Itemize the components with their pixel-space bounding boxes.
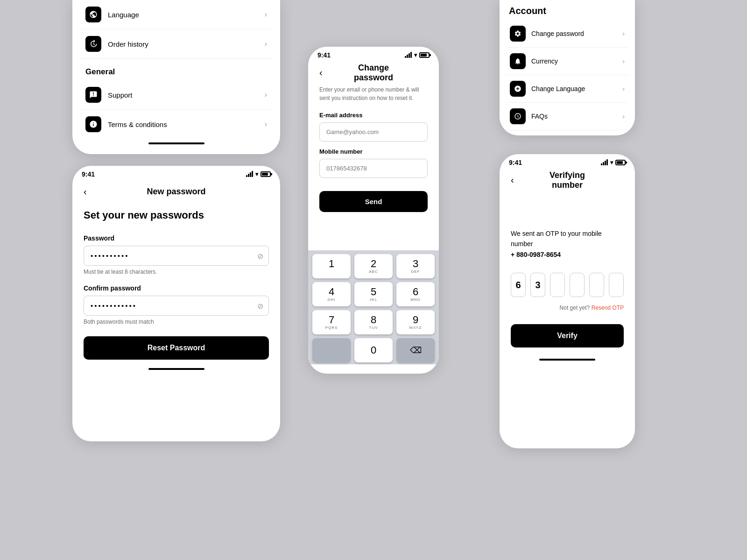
mobile-label: Mobile number	[308, 148, 439, 155]
verify-button[interactable]: Verify	[511, 324, 624, 347]
confirm-field-wrapper: ⊘	[84, 296, 269, 316]
order-history-item[interactable]: Order history ›	[80, 29, 273, 59]
wifi-icon-5: ▾	[610, 159, 613, 166]
otp-digit-3[interactable]	[550, 273, 565, 297]
otp-digit-4[interactable]	[570, 273, 585, 297]
screen-title-3: Change password	[341, 63, 406, 83]
wifi-icon-2: ▾	[255, 171, 258, 177]
password-hint: Must be at least 8 characters.	[84, 269, 269, 275]
mobile-input[interactable]	[319, 159, 428, 178]
account-title: Account	[500, 0, 635, 20]
change-password-chevron: ›	[622, 30, 625, 37]
support-icon	[85, 87, 101, 103]
otp-digit-1[interactable]: 6	[511, 273, 526, 297]
email-input[interactable]	[319, 122, 428, 142]
change-password-label: Change password	[531, 30, 622, 37]
wifi-icon-3: ▾	[414, 52, 417, 58]
support-item[interactable]: Support ›	[80, 80, 273, 110]
terms-label: Terms & conditions	[108, 121, 265, 128]
resend-row: Not get yet? Resend OTP	[511, 305, 624, 311]
numpad-key-3[interactable]: 3 DEF	[396, 254, 435, 278]
reset-password-button[interactable]: Reset Password	[84, 336, 269, 360]
battery-icon-5	[615, 160, 626, 165]
change-language-item[interactable]: Change Language ›	[506, 75, 628, 103]
password-input[interactable]	[84, 246, 269, 266]
status-icons-2: ▾	[246, 171, 271, 177]
numpad-key-7[interactable]: 7 PQRS	[312, 310, 351, 334]
home-indicator-5	[539, 359, 595, 361]
new-password-subtitle: Set your new passwords	[84, 209, 269, 221]
support-label: Support	[108, 91, 265, 99]
phone-account: Account Change password › Currency › Cha…	[500, 0, 635, 135]
resend-text: Not get yet?	[560, 305, 590, 311]
password-field-wrapper: ⊘	[84, 246, 269, 266]
screen-title-2: New password	[147, 187, 205, 197]
send-button[interactable]: Send	[319, 191, 428, 212]
verify-phone-number: + 880-0987-8654	[511, 251, 561, 258]
numpad-key-1[interactable]: 1	[312, 254, 351, 278]
terms-chevron: ›	[265, 120, 267, 128]
numpad-key-0[interactable]: 0	[354, 338, 393, 362]
back-button-3[interactable]: ‹	[317, 65, 324, 80]
numpad: 1 2 ABC 3 DEF 4 GHI 5 JKL 6 MN	[308, 250, 439, 364]
currency-icon	[510, 53, 526, 69]
language-label: Language	[108, 11, 265, 19]
time-3: 9:41	[317, 51, 331, 59]
faqs-label: FAQs	[531, 113, 622, 120]
numpad-row-3: 7 PQRS 8 TUV 9 WXYZ	[310, 310, 437, 334]
numpad-key-2[interactable]: 2 ABC	[354, 254, 393, 278]
phone-new-password: 9:41 ▾ ‹ New password Set your new passw…	[72, 166, 280, 441]
back-button-5[interactable]: ‹	[509, 173, 516, 187]
currency-item[interactable]: Currency ›	[506, 48, 628, 75]
nav-header-5: ‹ Verifying number	[500, 169, 635, 193]
change-password-icon	[510, 26, 526, 42]
account-list: Change password › Currency › Change Lang…	[500, 20, 635, 135]
top-settings-list: Language › Order history › General Suppo…	[72, 0, 280, 139]
terms-item[interactable]: Terms & conditions ›	[80, 110, 273, 139]
numpad-key-8[interactable]: 8 TUV	[354, 310, 393, 334]
home-indicator-1	[148, 142, 204, 144]
verify-spacer	[511, 200, 624, 228]
status-icons-3: ▾	[405, 52, 430, 58]
nav-header-2: ‹ New password	[72, 181, 280, 205]
numpad-key-6[interactable]: 6 MNO	[396, 282, 435, 306]
new-password-body: Set your new passwords Password ⊘ Must b…	[72, 205, 280, 364]
confirm-password-input[interactable]	[84, 296, 269, 316]
phone-verifying: 9:41 ▾ ‹ Verifying number We sent an OTP…	[500, 154, 635, 448]
signal-icon-2	[246, 171, 253, 177]
resend-otp-link[interactable]: Resend OTP	[592, 305, 624, 311]
numpad-key-4[interactable]: 4 GHI	[312, 282, 351, 306]
email-label: E-mail address	[308, 112, 439, 119]
status-bar-3: 9:41 ▾	[308, 47, 439, 62]
verify-message-text: We sent an OTP to your mobile number	[511, 230, 602, 248]
screen-title-5: Verifying number	[534, 170, 601, 190]
numpad-key-5[interactable]: 5 JKL	[354, 282, 393, 306]
otp-digit-5[interactable]	[589, 273, 604, 297]
confirm-hint: Both passwords must match	[84, 319, 269, 325]
change-password-item[interactable]: Change password ›	[506, 20, 628, 48]
confirm-eye-icon[interactable]: ⊘	[257, 301, 263, 310]
signal-icon-5	[601, 160, 608, 165]
sign-out-item[interactable]: Sign Out ›	[506, 130, 628, 135]
language-icon	[85, 7, 101, 22]
otp-row: 6 3	[511, 273, 624, 297]
home-indicator-2	[148, 368, 204, 370]
phone-settings-top: Language › Order history › General Suppo…	[72, 0, 280, 154]
time-5: 9:41	[509, 159, 522, 166]
change-language-icon	[510, 81, 526, 97]
faqs-chevron: ›	[622, 113, 625, 120]
support-chevron: ›	[265, 91, 267, 99]
faqs-item[interactable]: FAQs ›	[506, 103, 628, 130]
faqs-icon	[510, 108, 526, 124]
time-2: 9:41	[82, 170, 95, 178]
otp-digit-2[interactable]: 3	[530, 273, 545, 297]
phone-change-password: 9:41 ▾ ‹ Change password Enter your emai…	[308, 47, 439, 374]
numpad-key-delete[interactable]: ⌫	[396, 338, 435, 362]
battery-icon-3	[419, 52, 430, 58]
password-eye-icon[interactable]: ⊘	[257, 251, 263, 260]
numpad-key-9[interactable]: 9 WXYZ	[396, 310, 435, 334]
numpad-row-1: 1 2 ABC 3 DEF	[310, 254, 437, 278]
otp-digit-6[interactable]	[609, 273, 624, 297]
back-button-2[interactable]: ‹	[82, 184, 89, 199]
language-item[interactable]: Language ›	[80, 0, 273, 29]
